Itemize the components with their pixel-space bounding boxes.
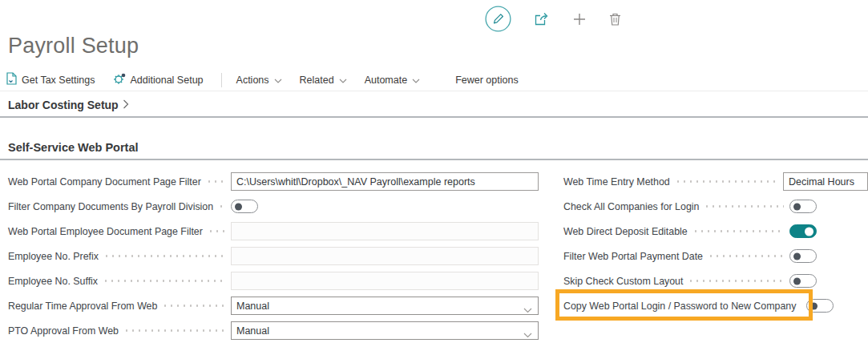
- edit-pencil-icon: [485, 6, 511, 34]
- get-tax-settings-button[interactable]: Get Tax Settings: [6, 72, 95, 87]
- filter-company-documents-toggle[interactable]: [231, 200, 258, 213]
- toggle-knob: [810, 302, 818, 309]
- dotted-leader: [688, 280, 784, 282]
- chevron-down-icon: [339, 75, 347, 86]
- check-all-companies-toggle[interactable]: [789, 200, 817, 213]
- web-portal-section-title: Self-Service Web Portal: [8, 141, 139, 154]
- web-time-entry-method-input[interactable]: [783, 172, 868, 191]
- web-portal-employee-document-page-filter-input[interactable]: [231, 222, 539, 240]
- field-label: Web Time Entry Method: [563, 176, 675, 188]
- toggle-knob: [805, 227, 813, 236]
- field-label: PTO Approval From Web: [8, 325, 123, 337]
- toggle-knob: [235, 203, 242, 210]
- dotted-leader: [675, 180, 777, 183]
- field-label: Skip Check Custom Layout: [563, 276, 688, 287]
- chevron-down-icon: [412, 75, 420, 86]
- web-portal-company-document-page-filter-input[interactable]: [231, 172, 539, 191]
- dotted-leader: [162, 305, 225, 307]
- toggle-knob: [793, 252, 801, 260]
- web-portal-section-header: Self-Service Web Portal: [0, 136, 868, 160]
- payroll-setup-page: Payroll Setup Get Tax Settings: [0, 0, 868, 347]
- field-regular-time-approval-from-web: Regular Time Approval From Web Manual: [8, 293, 539, 318]
- dotted-leader: [206, 180, 225, 183]
- field-filter-company-documents-by-payroll-division: Filter Company Documents By Payroll Divi…: [8, 194, 539, 219]
- chevron-down-icon: [523, 329, 532, 341]
- fewer-options-button[interactable]: Fewer options: [455, 75, 519, 86]
- toggle-knob: [793, 203, 801, 210]
- toggle-knob: [793, 277, 801, 284]
- field-label: Employee No. Suffix: [8, 276, 103, 287]
- selected-value: Manual: [236, 301, 269, 312]
- gear-icon: [113, 73, 126, 87]
- additional-setup-button[interactable]: Additional Setup: [113, 73, 204, 87]
- regular-time-approval-select[interactable]: Manual: [231, 297, 539, 315]
- employee-no-suffix-input[interactable]: [231, 272, 539, 290]
- pto-approval-select[interactable]: Manual: [231, 321, 539, 340]
- page-action-bar: [485, 6, 621, 34]
- field-label: Web Portal Company Document Page Filter: [8, 176, 206, 188]
- skip-check-custom-layout-toggle[interactable]: [789, 274, 817, 288]
- dotted-leader: [704, 205, 784, 208]
- fields-column-left: Web Portal Company Document Page Filter …: [8, 169, 539, 343]
- chevron-down-icon: [274, 75, 282, 86]
- add-icon: [573, 13, 586, 28]
- delete-button[interactable]: [609, 13, 621, 28]
- related-menu-button[interactable]: Related: [300, 75, 347, 86]
- field-skip-check-custom-layout: Skip Check Custom Layout: [563, 268, 868, 293]
- automate-menu-button[interactable]: Automate: [365, 75, 421, 86]
- toolbar-divider: [221, 73, 222, 87]
- field-label: Copy Web Portal Login / Password to New …: [563, 301, 801, 312]
- field-check-all-companies-for-login: Check All Companies for Login: [563, 194, 868, 219]
- dotted-leader: [692, 230, 784, 232]
- employee-no-prefix-input[interactable]: [231, 247, 539, 265]
- field-label: Web Direct Deposit Editable: [563, 226, 692, 237]
- field-label: Filter Company Documents By Payroll Divi…: [8, 201, 218, 212]
- document-arrow-icon: [6, 72, 17, 87]
- page-title: Payroll Setup: [8, 34, 139, 59]
- fields-column-right: Web Time Entry Method Check All Companie…: [563, 169, 868, 318]
- field-label: Web Portal Employee Document Page Filter: [8, 226, 208, 237]
- selected-value: Manual: [236, 325, 269, 337]
- field-filter-web-portal-payment-date: Filter Web Portal Payment Date: [563, 244, 868, 268]
- field-label: Employee No. Prefix: [8, 251, 103, 262]
- filter-web-portal-payment-date-toggle[interactable]: [789, 249, 817, 263]
- field-label: Check All Companies for Login: [563, 201, 704, 212]
- share-icon: [535, 12, 550, 28]
- field-web-portal-employee-document-page-filter: Web Portal Employee Document Page Filter: [8, 219, 539, 244]
- field-pto-approval-from-web: PTO Approval From Web Manual: [8, 318, 539, 343]
- dotted-leader: [103, 255, 225, 257]
- chevron-down-icon: [523, 305, 532, 316]
- field-web-time-entry-method: Web Time Entry Method: [563, 169, 868, 194]
- dotted-leader: [218, 205, 225, 208]
- field-label: Regular Time Approval From Web: [8, 301, 162, 312]
- dotted-leader: [208, 230, 225, 232]
- delete-icon: [609, 13, 621, 28]
- dotted-leader: [103, 280, 225, 282]
- action-toolbar: Get Tax Settings Additional Setup Action…: [0, 69, 868, 91]
- field-web-direct-deposit-editable: Web Direct Deposit Editable: [563, 219, 868, 244]
- dotted-leader: [708, 255, 784, 257]
- labor-costing-setup-link[interactable]: Labor Costing Setup: [0, 93, 868, 118]
- web-direct-deposit-toggle[interactable]: [789, 224, 817, 238]
- field-employee-no-suffix: Employee No. Suffix: [8, 268, 539, 293]
- field-copy-web-portal-login-password: Copy Web Portal Login / Password to New …: [563, 293, 868, 318]
- labor-costing-setup-label: Labor Costing Setup: [8, 99, 119, 111]
- copy-web-portal-login-toggle[interactable]: [806, 299, 834, 313]
- share-button[interactable]: [535, 12, 550, 28]
- chevron-right-icon: [123, 98, 129, 112]
- edit-button[interactable]: [485, 6, 511, 34]
- dotted-leader: [123, 329, 225, 332]
- field-label: Filter Web Portal Payment Date: [563, 251, 708, 262]
- actions-menu-button[interactable]: Actions: [236, 75, 282, 86]
- field-employee-no-prefix: Employee No. Prefix: [8, 244, 539, 268]
- add-button[interactable]: [573, 13, 586, 28]
- field-web-portal-company-document-page-filter: Web Portal Company Document Page Filter: [8, 169, 539, 194]
